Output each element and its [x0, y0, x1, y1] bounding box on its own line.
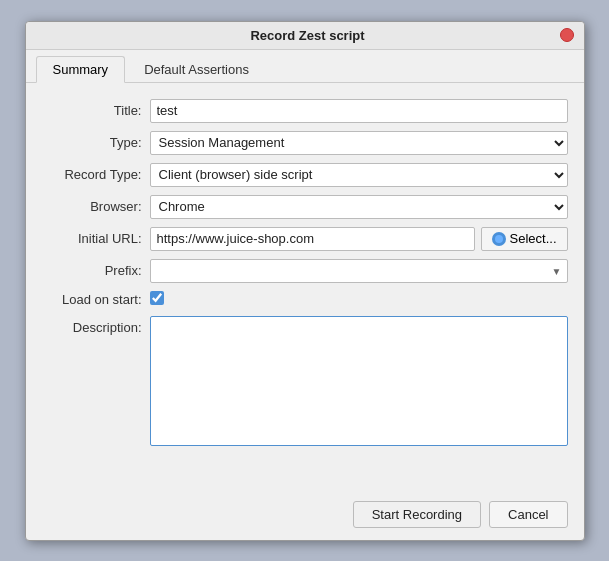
load-on-start-row: Load on start:	[42, 291, 568, 308]
initial-url-row: Initial URL: Select...	[42, 227, 568, 251]
title-bar: Record Zest script	[26, 22, 584, 50]
dialog-footer: Start Recording Cancel	[26, 493, 584, 540]
title-input[interactable]	[150, 99, 568, 123]
close-button[interactable]	[560, 28, 574, 42]
load-on-start-label: Load on start:	[42, 292, 142, 307]
tab-summary[interactable]: Summary	[36, 56, 126, 83]
browser-label: Browser:	[42, 199, 142, 214]
load-on-start-wrapper	[150, 291, 568, 308]
record-zest-dialog: Record Zest script Summary Default Asser…	[25, 21, 585, 541]
title-label: Title:	[42, 103, 142, 118]
type-select[interactable]: Session Management StandAlone Active Sca…	[150, 131, 568, 155]
initial-url-label: Initial URL:	[42, 231, 142, 246]
prefix-select-container: ▼	[150, 259, 568, 283]
record-type-select-wrapper: Client (browser) side script Server side…	[150, 163, 568, 187]
form-content: Title: Type: Session Management StandAlo…	[26, 83, 584, 493]
globe-icon	[492, 232, 506, 246]
prefix-row: Prefix: ▼	[42, 259, 568, 283]
browser-row: Browser: Chrome Firefox Edge Safari	[42, 195, 568, 219]
prefix-label: Prefix:	[42, 263, 142, 278]
initial-url-input[interactable]	[150, 227, 475, 251]
tab-default-assertions[interactable]: Default Assertions	[127, 56, 266, 83]
type-select-wrapper: Session Management StandAlone Active Sca…	[150, 131, 568, 155]
type-row: Type: Session Management StandAlone Acti…	[42, 131, 568, 155]
load-on-start-checkbox[interactable]	[150, 291, 164, 305]
cancel-button[interactable]: Cancel	[489, 501, 567, 528]
start-recording-button[interactable]: Start Recording	[353, 501, 481, 528]
url-input-row: Select...	[150, 227, 568, 251]
select-url-button[interactable]: Select...	[481, 227, 568, 251]
initial-url-wrapper: Select...	[150, 227, 568, 251]
prefix-wrapper: ▼	[150, 259, 568, 283]
browser-select[interactable]: Chrome Firefox Edge Safari	[150, 195, 568, 219]
record-type-label: Record Type:	[42, 167, 142, 182]
description-textarea[interactable]	[150, 316, 568, 446]
prefix-input[interactable]	[150, 259, 568, 283]
title-row: Title:	[42, 99, 568, 123]
type-label: Type:	[42, 135, 142, 150]
description-row: Description:	[42, 316, 568, 481]
dialog-title: Record Zest script	[56, 28, 560, 43]
record-type-row: Record Type: Client (browser) side scrip…	[42, 163, 568, 187]
title-field-wrapper	[150, 99, 568, 123]
tabs-container: Summary Default Assertions	[26, 50, 584, 83]
description-label: Description:	[42, 316, 142, 335]
record-type-select[interactable]: Client (browser) side script Server side…	[150, 163, 568, 187]
browser-select-wrapper: Chrome Firefox Edge Safari	[150, 195, 568, 219]
